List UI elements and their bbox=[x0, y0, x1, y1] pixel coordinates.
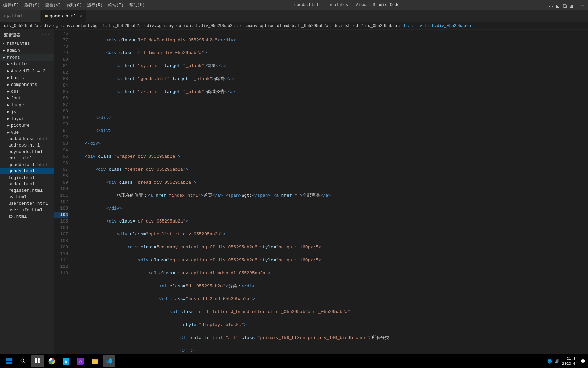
sidebar-file-addaddress[interactable]: addaddress.html bbox=[0, 136, 54, 142]
svg-text:⬡: ⬡ bbox=[79, 360, 82, 364]
window-title: goods.html - templates - Visual Studio C… bbox=[145, 3, 549, 7]
taskbar-vscode[interactable] bbox=[103, 355, 115, 367]
code-line-86: <div class="center div_055295ab2a"> bbox=[74, 166, 588, 173]
line-numbers: 76 77 78 79 80 81 82 83 84 85 86 87 88 8… bbox=[54, 30, 71, 361]
code-line-96: <dd class="mdsb-dd-2 dd_055295ab2a"> bbox=[74, 296, 588, 302]
menu-select[interactable]: 选择(S) bbox=[24, 2, 40, 8]
sidebar-file-zx[interactable]: zx.html bbox=[0, 213, 54, 220]
layout-icon-3[interactable]: ⧉ bbox=[563, 3, 567, 7]
code-line-92: <div class="cg-many content bg-ff div_05… bbox=[74, 244, 588, 250]
menu-terminal[interactable]: 终端(T) bbox=[108, 2, 124, 8]
sidebar-section-components[interactable]: ▶ components bbox=[0, 81, 54, 88]
menu-goto[interactable]: 转到(G) bbox=[66, 2, 82, 8]
tab-bar: sy.html goods.html × bbox=[0, 10, 588, 22]
sidebar-file-cart[interactable]: cart.html bbox=[0, 155, 54, 162]
layout-icon-2[interactable]: ⊡ bbox=[556, 3, 560, 7]
code-line-79: <a href="goods.html" target="_blank">商城<… bbox=[74, 76, 588, 82]
tab-sy-label: sy.html bbox=[4, 13, 23, 18]
code-content[interactable]: <div class="leftNavPadding div_055295ab2… bbox=[71, 30, 588, 361]
sidebar-section-font[interactable]: ▶ font bbox=[0, 95, 54, 102]
notification-icon[interactable]: 💬 bbox=[581, 359, 585, 364]
code-line-100: </li> bbox=[74, 348, 588, 354]
editor-area: 76 77 78 79 80 81 82 83 84 85 86 87 88 8… bbox=[54, 30, 588, 361]
sidebar-section-css[interactable]: ▶ css bbox=[0, 88, 54, 95]
sidebar-more-button[interactable]: ··· bbox=[41, 32, 50, 38]
bc-item-6[interactable]: div.sl-v-list.div_055295ab2a bbox=[403, 24, 471, 28]
bc-item-4[interactable]: dl.many-option-dl.mdsb.dl_055295ab2a bbox=[240, 24, 328, 28]
code-line-85: <div class="wrapper div_055295ab2a"> bbox=[74, 153, 588, 160]
sidebar-section-layui[interactable]: ▶ layui bbox=[0, 115, 54, 122]
sidebar-section-admin[interactable]: ▶ admin bbox=[0, 47, 54, 54]
code-line-78: <a href="sy.html" target="_blank">首页</a> bbox=[74, 63, 588, 69]
code-line-81 bbox=[74, 102, 588, 108]
sidebar-item-templates[interactable]: ▾ TEMPLATES bbox=[0, 40, 54, 47]
code-line-89: </div> bbox=[74, 205, 588, 212]
sidebar-section-js[interactable]: ▶ js bbox=[0, 108, 54, 115]
taskbar-app2[interactable]: W bbox=[60, 355, 72, 367]
svg-line-1 bbox=[24, 362, 26, 364]
menu-help[interactable]: 帮助(H) bbox=[129, 2, 145, 8]
code-line-80: <a href="zx.html" target="_blank">商城公告</… bbox=[74, 89, 588, 95]
sidebar: 源管理器 ··· ▾ TEMPLATES ▶ admin ▶ front ▶ s… bbox=[0, 30, 54, 361]
network-icon: 🌐 bbox=[547, 359, 552, 364]
sidebar-section-static[interactable]: ▶ static bbox=[0, 61, 54, 67]
code-line-83: </div> bbox=[74, 127, 588, 134]
svg-point-0 bbox=[21, 359, 24, 362]
code-line-88: 您现在的位置：<a href="index.html">首页</a> <span… bbox=[74, 192, 588, 199]
svg-rect-2 bbox=[35, 358, 37, 361]
sidebar-section-vue[interactable]: ▶ vue bbox=[0, 129, 54, 136]
sidebar-section-basic[interactable]: ▶ basic bbox=[0, 74, 54, 81]
sidebar-file-login[interactable]: login.html bbox=[0, 174, 54, 181]
taskbar-left: W ⬡ bbox=[3, 355, 115, 367]
menu-view[interactable]: 查看(V) bbox=[45, 2, 61, 8]
expand-arrow: ▾ bbox=[3, 41, 5, 46]
tab-goods-close[interactable]: × bbox=[80, 13, 82, 19]
sidebar-file-gooddetail[interactable]: gooddetail.html bbox=[0, 162, 54, 168]
tab-dot bbox=[45, 15, 48, 17]
sidebar-file-sy[interactable]: sy.html bbox=[0, 194, 54, 200]
code-line-94: <dl class="many-option-dl mdsb dl_055295… bbox=[74, 270, 588, 276]
bc-item-2[interactable]: div.cg-many.content.bg-ff.div_055295ab2a bbox=[44, 24, 142, 28]
taskbar-file-explorer[interactable] bbox=[88, 355, 101, 367]
bc-item-1[interactable]: div_055295ab2a bbox=[4, 24, 38, 28]
search-taskbar-button[interactable] bbox=[17, 355, 29, 367]
sidebar-file-address[interactable]: address.html bbox=[0, 142, 54, 149]
code-line-90: <div class="cf div_055295ab2a"> bbox=[74, 218, 588, 225]
menu-run[interactable]: 运行(R) bbox=[87, 2, 103, 8]
code-line-82: </div> bbox=[74, 114, 588, 121]
svg-rect-3 bbox=[38, 358, 40, 361]
code-line-77: <div class="f_l tmeau div_055295ab2a"> bbox=[74, 50, 588, 56]
tab-sy[interactable]: sy.html bbox=[0, 10, 41, 22]
taskview-button[interactable] bbox=[31, 355, 44, 367]
start-button[interactable] bbox=[3, 355, 15, 367]
layout-icon-1[interactable]: ▭ bbox=[549, 3, 553, 7]
sidebar-file-goods[interactable]: goods.html bbox=[0, 168, 54, 174]
sidebar-section-front[interactable]: ▶ front bbox=[0, 54, 54, 61]
sidebar-section-amaze[interactable]: ▶ AmazeUI-2.4.2 bbox=[0, 67, 54, 74]
bc-item-5[interactable]: dd.mdsb-dd-2.dd_055295ab2a bbox=[333, 24, 397, 28]
title-bar: 编辑(E) 选择(S) 查看(V) 转到(G) 运行(R) 终端(T) 帮助(H… bbox=[0, 0, 588, 10]
sidebar-file-usercenter[interactable]: usercenter.html bbox=[0, 200, 54, 207]
code-line-97: <ul class="sl-b-letter J_brandLetter cf … bbox=[74, 309, 588, 315]
code-editor[interactable]: 76 77 78 79 80 81 82 83 84 85 86 87 88 8… bbox=[54, 30, 588, 361]
code-line-99: <li data-initial="all" class="primary_15… bbox=[74, 335, 588, 341]
taskbar-chrome[interactable] bbox=[46, 355, 58, 367]
sidebar-file-buygoods[interactable]: buygoods.html bbox=[0, 149, 54, 155]
window-controls[interactable]: ▭ ⊡ ⧉ ⊞ ─ bbox=[549, 3, 585, 7]
code-line-76: <div class="leftNavPadding div_055295ab2… bbox=[74, 37, 588, 43]
sidebar-section-picture[interactable]: ▶ picture bbox=[0, 122, 54, 129]
minimize-button[interactable]: ─ bbox=[581, 3, 585, 7]
sidebar-section-image[interactable]: ▶ image bbox=[0, 102, 54, 108]
windows-icon bbox=[6, 358, 12, 364]
sidebar-file-order[interactable]: order.html bbox=[0, 181, 54, 187]
sidebar-file-register[interactable]: register.html bbox=[0, 187, 54, 194]
menu-edit[interactable]: 编辑(E) bbox=[3, 2, 19, 8]
bc-item-3[interactable]: div.cg-many-option.cf.div_055295ab2a bbox=[147, 24, 235, 28]
layout-icon-4[interactable]: ⊞ bbox=[570, 3, 574, 7]
taskbar-app3[interactable]: ⬡ bbox=[74, 355, 86, 367]
tab-goods[interactable]: goods.html × bbox=[41, 10, 87, 22]
code-line-93: <div class="cg-many-option cf div_055295… bbox=[74, 257, 588, 263]
menu-bar[interactable]: 编辑(E) 选择(S) 查看(V) 转到(G) 运行(R) 终端(T) 帮助(H… bbox=[3, 2, 145, 8]
code-line-87: <div class="bread div_055295ab2a"> bbox=[74, 179, 588, 186]
sidebar-file-userinfo[interactable]: userinfo.html bbox=[0, 207, 54, 213]
